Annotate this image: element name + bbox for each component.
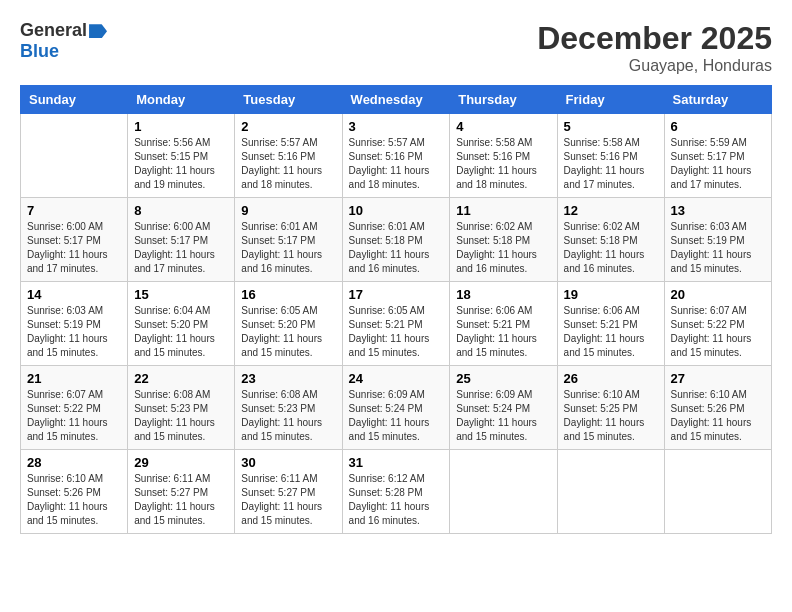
day-number: 27 (671, 371, 765, 386)
day-info: Sunrise: 6:05 AM Sunset: 5:20 PM Dayligh… (241, 304, 335, 360)
day-number: 4 (456, 119, 550, 134)
day-info: Sunrise: 6:10 AM Sunset: 5:25 PM Dayligh… (564, 388, 658, 444)
weekday-header-sunday: Sunday (21, 86, 128, 114)
day-info: Sunrise: 5:58 AM Sunset: 5:16 PM Dayligh… (564, 136, 658, 192)
day-info: Sunrise: 6:05 AM Sunset: 5:21 PM Dayligh… (349, 304, 444, 360)
calendar-cell: 15Sunrise: 6:04 AM Sunset: 5:20 PM Dayli… (128, 282, 235, 366)
calendar-cell: 27Sunrise: 6:10 AM Sunset: 5:26 PM Dayli… (664, 366, 771, 450)
day-info: Sunrise: 6:11 AM Sunset: 5:27 PM Dayligh… (134, 472, 228, 528)
weekday-header-row: SundayMondayTuesdayWednesdayThursdayFrid… (21, 86, 772, 114)
calendar-cell: 24Sunrise: 6:09 AM Sunset: 5:24 PM Dayli… (342, 366, 450, 450)
month-title: December 2025 (537, 20, 772, 57)
week-row-4: 21Sunrise: 6:07 AM Sunset: 5:22 PM Dayli… (21, 366, 772, 450)
day-number: 1 (134, 119, 228, 134)
calendar-cell: 29Sunrise: 6:11 AM Sunset: 5:27 PM Dayli… (128, 450, 235, 534)
day-info: Sunrise: 6:01 AM Sunset: 5:17 PM Dayligh… (241, 220, 335, 276)
day-number: 23 (241, 371, 335, 386)
day-info: Sunrise: 6:10 AM Sunset: 5:26 PM Dayligh… (27, 472, 121, 528)
calendar-cell (450, 450, 557, 534)
day-info: Sunrise: 6:04 AM Sunset: 5:20 PM Dayligh… (134, 304, 228, 360)
calendar-cell: 6Sunrise: 5:59 AM Sunset: 5:17 PM Daylig… (664, 114, 771, 198)
logo-blue: Blue (20, 41, 59, 61)
calendar-cell: 31Sunrise: 6:12 AM Sunset: 5:28 PM Dayli… (342, 450, 450, 534)
day-number: 11 (456, 203, 550, 218)
day-number: 18 (456, 287, 550, 302)
calendar-cell (21, 114, 128, 198)
day-info: Sunrise: 6:00 AM Sunset: 5:17 PM Dayligh… (134, 220, 228, 276)
day-number: 14 (27, 287, 121, 302)
logo-general: General (20, 20, 87, 40)
day-number: 30 (241, 455, 335, 470)
weekday-header-tuesday: Tuesday (235, 86, 342, 114)
calendar-cell: 30Sunrise: 6:11 AM Sunset: 5:27 PM Dayli… (235, 450, 342, 534)
weekday-header-saturday: Saturday (664, 86, 771, 114)
calendar-cell (557, 450, 664, 534)
location: Guayape, Honduras (537, 57, 772, 75)
day-number: 28 (27, 455, 121, 470)
day-number: 12 (564, 203, 658, 218)
calendar-cell: 10Sunrise: 6:01 AM Sunset: 5:18 PM Dayli… (342, 198, 450, 282)
week-row-3: 14Sunrise: 6:03 AM Sunset: 5:19 PM Dayli… (21, 282, 772, 366)
calendar-cell: 14Sunrise: 6:03 AM Sunset: 5:19 PM Dayli… (21, 282, 128, 366)
day-number: 20 (671, 287, 765, 302)
day-number: 19 (564, 287, 658, 302)
week-row-2: 7Sunrise: 6:00 AM Sunset: 5:17 PM Daylig… (21, 198, 772, 282)
weekday-header-thursday: Thursday (450, 86, 557, 114)
calendar-cell: 1Sunrise: 5:56 AM Sunset: 5:15 PM Daylig… (128, 114, 235, 198)
day-info: Sunrise: 6:02 AM Sunset: 5:18 PM Dayligh… (564, 220, 658, 276)
calendar-table: SundayMondayTuesdayWednesdayThursdayFrid… (20, 85, 772, 534)
day-number: 7 (27, 203, 121, 218)
day-number: 22 (134, 371, 228, 386)
calendar-cell: 23Sunrise: 6:08 AM Sunset: 5:23 PM Dayli… (235, 366, 342, 450)
calendar-cell: 19Sunrise: 6:06 AM Sunset: 5:21 PM Dayli… (557, 282, 664, 366)
calendar-cell: 2Sunrise: 5:57 AM Sunset: 5:16 PM Daylig… (235, 114, 342, 198)
weekday-header-wednesday: Wednesday (342, 86, 450, 114)
calendar-cell: 4Sunrise: 5:58 AM Sunset: 5:16 PM Daylig… (450, 114, 557, 198)
calendar-cell: 17Sunrise: 6:05 AM Sunset: 5:21 PM Dayli… (342, 282, 450, 366)
logo-icon (89, 24, 107, 38)
calendar-cell: 13Sunrise: 6:03 AM Sunset: 5:19 PM Dayli… (664, 198, 771, 282)
day-number: 13 (671, 203, 765, 218)
day-info: Sunrise: 6:03 AM Sunset: 5:19 PM Dayligh… (671, 220, 765, 276)
day-info: Sunrise: 5:56 AM Sunset: 5:15 PM Dayligh… (134, 136, 228, 192)
weekday-header-monday: Monday (128, 86, 235, 114)
day-number: 8 (134, 203, 228, 218)
calendar-cell: 5Sunrise: 5:58 AM Sunset: 5:16 PM Daylig… (557, 114, 664, 198)
day-info: Sunrise: 6:02 AM Sunset: 5:18 PM Dayligh… (456, 220, 550, 276)
day-info: Sunrise: 5:57 AM Sunset: 5:16 PM Dayligh… (241, 136, 335, 192)
calendar-cell: 18Sunrise: 6:06 AM Sunset: 5:21 PM Dayli… (450, 282, 557, 366)
calendar-cell: 11Sunrise: 6:02 AM Sunset: 5:18 PM Dayli… (450, 198, 557, 282)
day-info: Sunrise: 6:11 AM Sunset: 5:27 PM Dayligh… (241, 472, 335, 528)
calendar-cell: 12Sunrise: 6:02 AM Sunset: 5:18 PM Dayli… (557, 198, 664, 282)
calendar-cell: 22Sunrise: 6:08 AM Sunset: 5:23 PM Dayli… (128, 366, 235, 450)
day-info: Sunrise: 6:07 AM Sunset: 5:22 PM Dayligh… (27, 388, 121, 444)
day-number: 15 (134, 287, 228, 302)
day-info: Sunrise: 6:00 AM Sunset: 5:17 PM Dayligh… (27, 220, 121, 276)
day-info: Sunrise: 6:01 AM Sunset: 5:18 PM Dayligh… (349, 220, 444, 276)
day-number: 21 (27, 371, 121, 386)
day-info: Sunrise: 6:10 AM Sunset: 5:26 PM Dayligh… (671, 388, 765, 444)
week-row-5: 28Sunrise: 6:10 AM Sunset: 5:26 PM Dayli… (21, 450, 772, 534)
day-number: 5 (564, 119, 658, 134)
calendar-cell: 26Sunrise: 6:10 AM Sunset: 5:25 PM Dayli… (557, 366, 664, 450)
calendar-cell: 20Sunrise: 6:07 AM Sunset: 5:22 PM Dayli… (664, 282, 771, 366)
day-number: 10 (349, 203, 444, 218)
day-number: 24 (349, 371, 444, 386)
day-info: Sunrise: 6:06 AM Sunset: 5:21 PM Dayligh… (456, 304, 550, 360)
calendar-cell: 25Sunrise: 6:09 AM Sunset: 5:24 PM Dayli… (450, 366, 557, 450)
day-number: 17 (349, 287, 444, 302)
weekday-header-friday: Friday (557, 86, 664, 114)
calendar-cell: 9Sunrise: 6:01 AM Sunset: 5:17 PM Daylig… (235, 198, 342, 282)
day-info: Sunrise: 6:09 AM Sunset: 5:24 PM Dayligh… (349, 388, 444, 444)
day-info: Sunrise: 6:08 AM Sunset: 5:23 PM Dayligh… (241, 388, 335, 444)
week-row-1: 1Sunrise: 5:56 AM Sunset: 5:15 PM Daylig… (21, 114, 772, 198)
day-number: 16 (241, 287, 335, 302)
day-number: 29 (134, 455, 228, 470)
calendar-cell: 21Sunrise: 6:07 AM Sunset: 5:22 PM Dayli… (21, 366, 128, 450)
calendar-cell: 28Sunrise: 6:10 AM Sunset: 5:26 PM Dayli… (21, 450, 128, 534)
calendar-cell: 16Sunrise: 6:05 AM Sunset: 5:20 PM Dayli… (235, 282, 342, 366)
day-number: 9 (241, 203, 335, 218)
calendar-cell: 3Sunrise: 5:57 AM Sunset: 5:16 PM Daylig… (342, 114, 450, 198)
day-info: Sunrise: 6:08 AM Sunset: 5:23 PM Dayligh… (134, 388, 228, 444)
day-info: Sunrise: 6:06 AM Sunset: 5:21 PM Dayligh… (564, 304, 658, 360)
